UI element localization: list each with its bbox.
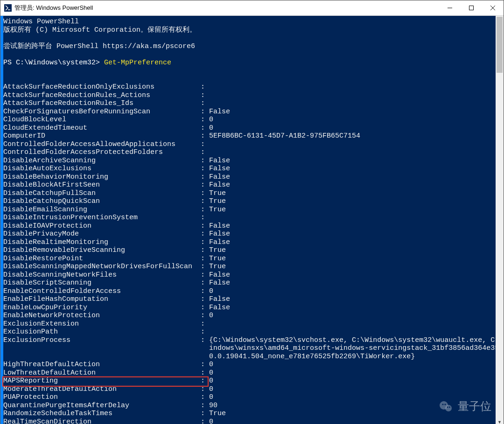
output-row: DisableScriptScanning : False <box>3 279 496 287</box>
client-area: Windows PowerShell版权所有 (C) Microsoft Cor… <box>0 16 504 424</box>
output-row: ExclusionPath : <box>3 328 496 336</box>
output-row: ControlledFolderAccessProtectedFolders : <box>3 148 496 157</box>
output-row: ModerateThreatDefaultAction : 0 <box>3 385 496 394</box>
output-row: 0.0.19041.504_none_e781e76525fb2269\TiWo… <box>3 353 496 361</box>
powershell-window: 管理员: Windows PowerShell Windows PowerShe… <box>0 0 504 424</box>
terminal-output[interactable]: Windows PowerShell版权所有 (C) Microsoft Cor… <box>3 16 496 424</box>
output-row: ComputerID : 5EF8B6BC-6131-45D7-A1B2-975… <box>3 132 496 140</box>
output-row: DisablePrivacyMode : False <box>3 230 496 238</box>
output-row: DisableIntrusionPreventionSystem : <box>3 214 496 222</box>
output-row: EnableControlledFolderAccess : 0 <box>3 287 496 296</box>
output-row: CloudExtendedTimeout : 0 <box>3 124 496 132</box>
svg-point-6 <box>445 405 452 411</box>
output-row: ExclusionProcess : {C:\Windows\system32\… <box>3 336 496 345</box>
output-row: DisableBehaviorMonitoring : False <box>3 173 496 181</box>
powershell-icon <box>4 4 12 12</box>
output-row: PUAProtection : 0 <box>3 393 496 402</box>
output-row: DisableRestorePoint : True <box>3 255 496 263</box>
output-row: DisableRemovableDriveScanning : True <box>3 246 496 255</box>
output-row: RealTimeScanDirection : 0 <box>3 418 496 424</box>
output-row: DisableEmailScanning : True <box>3 206 496 214</box>
maximize-button[interactable] <box>461 0 482 15</box>
output-row: QuarantinePurgeItemsAfterDelay : 90 <box>3 402 496 410</box>
output-row: EnableNetworkProtection : 0 <box>3 312 496 320</box>
output-row: EnableFileHashComputation : False <box>3 295 496 304</box>
svg-point-8 <box>444 403 446 405</box>
output-row: indows\winsxs\amd64_microsoft-windows-se… <box>3 344 496 353</box>
titlebar[interactable]: 管理员: Windows PowerShell <box>0 0 504 16</box>
output-row: DisableCatchupQuickScan : True <box>3 197 496 206</box>
minimize-button[interactable] <box>439 0 461 15</box>
output-row: ExclusionExtension : <box>3 320 496 328</box>
svg-rect-2 <box>469 6 474 10</box>
output-row: CheckForSignaturesBeforeRunningScan : Fa… <box>3 108 496 116</box>
output-row: AttackSurfaceReductionOnlyExclusions : <box>3 83 496 91</box>
svg-point-7 <box>442 403 443 405</box>
output-row: AttackSurfaceReductionRules_Ids : <box>3 99 496 108</box>
output-row: DisableIOAVProtection : False <box>3 222 496 230</box>
output-row: EnableLowCpuPriority : False <box>3 304 496 312</box>
scroll-down-button[interactable]: ▼ <box>496 418 504 424</box>
output-row: CloudBlockLevel : 0 <box>3 116 496 124</box>
vertical-scrollbar[interactable]: ▲ ▼ <box>496 16 504 424</box>
output-row: DisableScanningMappedNetworkDrivesForFul… <box>3 263 496 271</box>
close-button[interactable] <box>482 0 504 15</box>
output-row: DisableArchiveScanning : False <box>3 157 496 165</box>
output-row: DisableRealtimeMonitoring : False <box>3 238 496 247</box>
svg-point-9 <box>447 407 448 408</box>
output-row: ControlledFolderAccessAllowedApplication… <box>3 140 496 149</box>
svg-point-10 <box>449 407 450 408</box>
output-row: DisableCatchupFullScan : True <box>3 189 496 198</box>
output-row: RandomizeScheduleTaskTimes : True <box>3 410 496 418</box>
watermark-text: 量子位 <box>458 399 491 414</box>
output-row: MAPSReporting : 0 <box>3 377 496 385</box>
output-row: DisableScanningNetworkFiles : False <box>3 271 496 279</box>
window-title: 管理员: Windows PowerShell <box>14 4 93 12</box>
output-row: HighThreatDefaultAction : 0 <box>3 361 496 369</box>
output-row: DisableBlockAtFirstSeen : False <box>3 181 496 189</box>
watermark: 量子位 <box>438 399 491 414</box>
output-row: LowThreatDefaultAction : 0 <box>3 369 496 377</box>
output-row: DisableAutoExclusions : False <box>3 165 496 173</box>
scroll-thumb[interactable] <box>497 17 503 73</box>
output-row: AttackSurfaceReductionRules_Actions : <box>3 91 496 100</box>
